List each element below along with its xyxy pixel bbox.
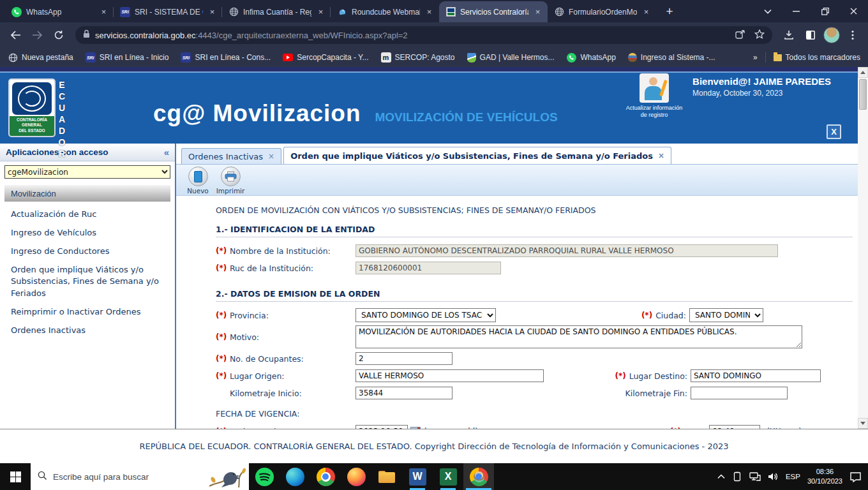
required-marker: (*): [216, 371, 230, 380]
taskbar-chrome-active-icon[interactable]: [463, 463, 494, 490]
page-scrollbar[interactable]: [858, 67, 868, 429]
taskbar-edge-icon[interactable]: [280, 463, 310, 490]
application-select[interactable]: cgeMovilizacion: [4, 165, 170, 179]
tray-chevron-up-icon[interactable]: [717, 474, 725, 479]
taskbar-firefox-icon[interactable]: [341, 463, 371, 490]
browser-tab-sri[interactable]: SRi SRI - SISTEMA DE CO ×: [114, 1, 222, 22]
bookmarks-overflow-button[interactable]: »: [753, 53, 758, 62]
tray-device-icon[interactable]: [732, 471, 742, 482]
tab-close-icon[interactable]: ×: [316, 7, 326, 17]
sidebar-collapse-icon[interactable]: «: [164, 147, 169, 158]
windows-taskbar: Escribe aquí para buscar W X ESP 08:36 3…: [0, 463, 868, 490]
lugar-origen-field[interactable]: [355, 369, 544, 382]
tab-close-icon[interactable]: ×: [99, 7, 108, 17]
taskbar-word-icon[interactable]: W: [402, 463, 433, 490]
browser-profile-avatar[interactable]: [823, 27, 840, 43]
notification-center-icon[interactable]: [849, 471, 862, 482]
scrollbar-thumb[interactable]: [859, 79, 867, 110]
sidebar-item-actualizacion-ruc[interactable]: Actualización de Ruc: [0, 205, 175, 224]
logo-caption: CONTRALORÍA GENERAL DEL ESTADO: [10, 116, 54, 136]
all-bookmarks-button[interactable]: Todos los marcadores: [774, 53, 860, 62]
tray-clock[interactable]: 08:36 30/10/2023: [807, 467, 842, 486]
hora-desde-field[interactable]: [709, 425, 760, 429]
folder-icon: [774, 54, 782, 61]
browser-tab-whatsapp[interactable]: WhatsApp ×: [5, 1, 114, 22]
restore-icon[interactable]: [811, 0, 839, 22]
url-text: servicios.contraloria.gob.ec:4443/cge_ar…: [95, 31, 408, 40]
provincia-label: Provincia:: [230, 311, 355, 320]
browser-tab-roundcube[interactable]: Roundcube Webmail ×: [331, 1, 439, 22]
sidebar-item-ingreso-conductores[interactable]: Ingreso de Conductores: [0, 242, 175, 261]
km-fin-field[interactable]: [691, 387, 788, 399]
taskbar-excel-icon[interactable]: X: [433, 463, 463, 490]
header-close-button[interactable]: X: [827, 124, 841, 139]
sidebar-item-ordenes-inactivas[interactable]: Ordenes Inactivas: [0, 322, 175, 340]
bookmark-sri-inicio[interactable]: SRiSRI en Línea - Inicio: [86, 52, 169, 63]
form-toolbar: Nuevo Imprimir: [176, 165, 868, 196]
bookmark-gad-valle-hermoso[interactable]: GAD | Valle Hermos...: [467, 53, 555, 63]
ciudad-select[interactable]: SANTO DOMINGO: [689, 308, 763, 322]
tab-ordenes-inactivas[interactable]: Ordenes Inactivas ×: [181, 148, 281, 164]
tab-search-chevron-icon[interactable]: [753, 0, 782, 22]
bookmark-nueva-pestana[interactable]: Nueva pestaña: [8, 52, 73, 63]
kebab-menu-icon[interactable]: [844, 26, 862, 44]
bookmark-sri-consultas[interactable]: SRiSRI en Línea - Cons...: [181, 52, 271, 63]
tray-volume-icon[interactable]: [768, 472, 779, 481]
nuevo-button[interactable]: Nuevo: [184, 167, 212, 195]
tab-close-icon[interactable]: ×: [641, 7, 651, 17]
lugar-destino-field[interactable]: [691, 369, 821, 382]
forward-icon[interactable]: [28, 26, 46, 44]
imprimir-button[interactable]: Imprimir: [216, 167, 244, 195]
fecha-desde-field[interactable]: [355, 425, 408, 429]
taskbar-file-explorer-icon[interactable]: [371, 463, 402, 490]
bookmark-ingreso-sistema[interactable]: Ingreso al Sistema -...: [628, 53, 715, 62]
nombre-institucion-field[interactable]: [355, 244, 778, 257]
ruc-institucion-field[interactable]: [355, 262, 501, 274]
whatsapp-icon: [566, 52, 576, 63]
ocupantes-label: No. de Ocupantes:: [230, 354, 355, 364]
tab-orden-viaticos[interactable]: Orden que implique Viáticos y/o Subsiste…: [283, 147, 671, 164]
minimize-icon[interactable]: [782, 0, 811, 22]
start-button[interactable]: [0, 463, 31, 490]
browser-tab-formulario[interactable]: FormularioOrdenMov ×: [548, 1, 656, 22]
tab-close-icon[interactable]: ×: [268, 152, 274, 161]
sidebar-item-ingreso-vehiculos[interactable]: Ingreso de Vehículos: [0, 224, 175, 242]
sidebar-item-reimprimir-inactivar[interactable]: Reimprimir o Inactivar Ordenes: [0, 303, 175, 322]
scroll-down-icon[interactable]: [858, 418, 868, 429]
tab-close-icon[interactable]: ×: [658, 151, 664, 160]
side-panel-icon[interactable]: [802, 26, 819, 44]
motivo-field[interactable]: [355, 325, 802, 348]
browser-tab-infima[interactable]: Infima Cuantía - Regi ×: [222, 1, 331, 22]
address-bar[interactable]: servicios.contraloria.gob.ec:4443/cge_ar…: [75, 26, 772, 44]
browser-tab-servicios-contraloria[interactable]: Servicios Contraloría ×: [439, 1, 548, 22]
tray-network-icon[interactable]: [749, 472, 761, 481]
calendar-icon[interactable]: [410, 427, 421, 429]
update-registration-button[interactable]: Actualizar información de registro: [625, 72, 684, 119]
bookmark-whatsapp[interactable]: WhatsApp: [566, 52, 615, 63]
provincia-select[interactable]: SANTO DOMINGO DE LOS TSACHILAS: [355, 308, 496, 322]
ocupantes-field[interactable]: [355, 352, 453, 365]
bookmark-star-icon[interactable]: [754, 29, 765, 41]
tab-close-icon[interactable]: ×: [207, 7, 217, 17]
close-window-icon[interactable]: [839, 0, 868, 22]
scrollbar-track[interactable]: [858, 78, 868, 418]
km-inicio-field[interactable]: [355, 387, 453, 399]
taskbar-spotify-icon[interactable]: [249, 463, 280, 490]
share-icon[interactable]: [735, 29, 745, 41]
bookmark-sercop-agosto[interactable]: mSERCOP: Agosto: [381, 52, 455, 63]
taskbar-search[interactable]: Escribe aquí para buscar: [31, 463, 249, 490]
reload-icon[interactable]: [50, 26, 68, 44]
scroll-up-icon[interactable]: [858, 67, 868, 78]
tab-close-icon[interactable]: ×: [533, 7, 542, 17]
sidebar-item-orden-viaticos[interactable]: Orden que implique Viáticos y/o Subsiste…: [0, 261, 175, 304]
download-icon[interactable]: [780, 26, 798, 44]
new-tab-button[interactable]: +: [660, 2, 679, 21]
km-inicio-label: Kilometraje Inicio:: [230, 389, 355, 398]
tray-language-indicator[interactable]: ESP: [786, 473, 800, 480]
bookmark-sercopcapacita[interactable]: SercopCapacita - Y...: [283, 53, 368, 62]
back-icon[interactable]: [6, 26, 24, 44]
taskbar-chrome-icon[interactable]: [310, 463, 341, 490]
new-document-icon: [188, 167, 208, 186]
fecha-desde-label: Fecha Desde:: [230, 427, 355, 429]
tab-close-icon[interactable]: ×: [424, 7, 434, 17]
